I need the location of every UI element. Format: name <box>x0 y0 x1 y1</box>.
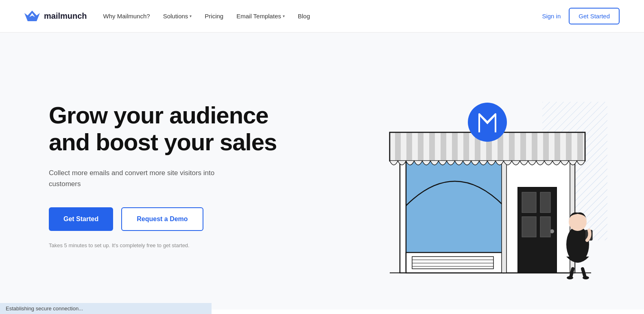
hero-note: Takes 5 minutes to set up. It's complete… <box>49 242 277 248</box>
nav-link-blog[interactable]: Blog <box>298 13 310 20</box>
svg-line-49 <box>583 269 585 277</box>
nav-get-started-button[interactable]: Get Started <box>569 8 620 24</box>
nav-link-solutions[interactable]: Solutions ▾ <box>163 13 192 20</box>
hero-get-started-button[interactable]: Get Started <box>49 207 113 231</box>
logo[interactable]: mailmunch <box>24 10 87 23</box>
hero-buttons: Get Started Request a Demo <box>49 207 277 231</box>
nav-links: Why Mailmunch? Solutions ▾ Pricing Email… <box>103 13 310 20</box>
hero-content: Grow your audience and boost your sales … <box>49 102 277 249</box>
nav-link-pricing[interactable]: Pricing <box>205 13 223 20</box>
hero-request-demo-button[interactable]: Request a Demo <box>121 207 203 231</box>
logo-text: mailmunch <box>44 11 87 21</box>
status-bar: Establishing secure connection... <box>0 303 212 310</box>
nav-link-why-mailmunch[interactable]: Why Mailmunch? <box>103 13 150 20</box>
hero-section: Grow your audience and boost your sales … <box>0 33 644 310</box>
nav-link-email-templates[interactable]: Email Templates ▾ <box>236 13 285 20</box>
svg-rect-14 <box>540 217 550 237</box>
hero-title: Grow your audience and boost your sales <box>49 102 277 156</box>
status-text: Establishing secure connection... <box>6 305 83 310</box>
hero-subtitle: Collect more emails and convert more sit… <box>49 167 236 189</box>
nav-left: mailmunch Why Mailmunch? Solutions ▾ Pri… <box>24 10 310 23</box>
solutions-chevron-icon: ▾ <box>190 14 192 18</box>
nav-right: Sign in Get Started <box>542 8 620 24</box>
svg-point-51 <box>583 276 589 279</box>
navbar: mailmunch Why Mailmunch? Solutions ▾ Pri… <box>0 0 644 33</box>
signin-link[interactable]: Sign in <box>542 13 561 20</box>
svg-point-50 <box>567 276 573 279</box>
svg-rect-13 <box>522 217 536 237</box>
svg-rect-12 <box>540 192 550 213</box>
svg-rect-15 <box>406 253 504 273</box>
svg-rect-20 <box>502 157 506 273</box>
store-svg <box>327 69 611 281</box>
email-templates-chevron-icon: ▾ <box>283 14 285 18</box>
hero-illustration <box>327 69 611 281</box>
logo-icon <box>24 10 40 23</box>
svg-rect-11 <box>522 192 536 213</box>
svg-line-48 <box>571 269 573 277</box>
